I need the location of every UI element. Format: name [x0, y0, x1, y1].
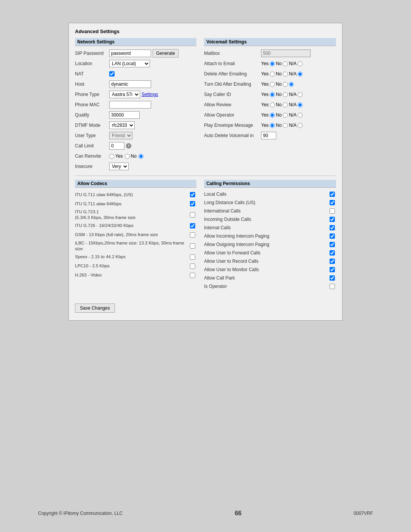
delete-email-yes-radio[interactable]: [270, 72, 275, 77]
perm-checkbox-9[interactable]: [330, 267, 335, 272]
allow-review-no-radio[interactable]: [283, 102, 288, 107]
codec-row-5: iLBC - 15Kbps,20ms frame size: 13.3 Kbps…: [75, 240, 196, 252]
codec-row-0: ITU G.711 ulaw 64Kbps, (US): [75, 191, 196, 198]
perm-checkbox-7[interactable]: [330, 250, 335, 256]
delete-na-text: N/A: [289, 71, 296, 77]
can-reinvite-bullet-radio[interactable]: [139, 154, 143, 159]
perm-checkbox-2[interactable]: [330, 208, 335, 214]
attach-email-yes-radio[interactable]: [270, 61, 275, 66]
user-type-row: User Type Friend: [75, 131, 196, 140]
delete-after-emailing-label: Delete After Emailing: [204, 71, 261, 77]
perm-checkbox-5[interactable]: [330, 233, 335, 239]
perm-checkbox-0[interactable]: [330, 192, 335, 197]
old-email-yes-radio[interactable]: [270, 82, 275, 87]
sip-password-controls: Generate: [109, 49, 196, 58]
allow-operator-yes-radio[interactable]: [270, 113, 275, 118]
can-reinvite-yes-radio[interactable]: [109, 154, 114, 159]
attach-email-no-radio[interactable]: [283, 61, 288, 66]
call-limit-help-icon[interactable]: ?: [126, 143, 131, 149]
review-na-text: N/A: [289, 102, 296, 107]
say-caller-na-radio[interactable]: [298, 92, 303, 97]
save-changes-button[interactable]: Save Changes: [75, 304, 115, 313]
perm-label-7: Allow User to Forward Calls: [204, 250, 328, 256]
attach-email-na-radio[interactable]: [298, 61, 303, 66]
allow-review-na-radio[interactable]: [298, 102, 303, 107]
old-email-no-radio[interactable]: [283, 82, 288, 87]
say-no-text: No: [276, 92, 282, 97]
sip-password-input[interactable]: [109, 50, 151, 57]
allow-review-yes-radio[interactable]: [270, 102, 275, 107]
codec-row-8: H.263 - Video: [75, 272, 196, 279]
perm-check-8: [328, 259, 336, 264]
codec-checkbox-3[interactable]: [190, 223, 195, 228]
generate-button[interactable]: Generate: [153, 49, 178, 58]
play-envelope-na-radio[interactable]: [298, 123, 303, 128]
perm-label-2: International Calls: [204, 208, 328, 214]
qualify-controls: [109, 111, 196, 119]
play-envelope-no-radio[interactable]: [283, 123, 288, 128]
top-section: Network Settings SIP Password Generate L…: [75, 38, 336, 173]
perm-checkbox-3[interactable]: [330, 217, 335, 222]
say-caller-no-radio[interactable]: [283, 92, 288, 97]
play-envelope-label: Play Envelope Message: [204, 123, 261, 128]
middle-divider: [75, 176, 336, 176]
voicemail-settings-col: Voicemail Settings Mailbox Attach to Ema…: [200, 38, 336, 173]
perm-checkbox-10[interactable]: [330, 275, 335, 281]
codec-label-1: ITU G.711 alaw 64Kbps: [75, 201, 189, 207]
perm-checkbox-6[interactable]: [330, 242, 335, 247]
location-controls: LAN (Local) WAN (Remote): [109, 60, 196, 67]
perm-checkbox-11[interactable]: [330, 284, 335, 289]
codec-checkbox-2[interactable]: [190, 212, 195, 217]
insecure-select[interactable]: Very: [109, 163, 129, 170]
attach-email-row: Attach to Email Yes No N/A: [204, 59, 336, 68]
user-type-select[interactable]: Friend: [109, 132, 132, 139]
delete-email-no-radio[interactable]: [283, 72, 288, 77]
allow-operator-no-radio[interactable]: [283, 113, 288, 118]
can-reinvite-controls: Yes No: [109, 153, 196, 159]
codec-check-6: [189, 254, 196, 260]
codec-checkbox-8[interactable]: [190, 273, 195, 278]
page-wrapper: Advanced Settings Network Settings SIP P…: [0, 0, 411, 532]
nat-row: NAT: [75, 70, 196, 78]
allow-operator-na-radio[interactable]: [298, 113, 303, 118]
auto-delete-input[interactable]: [261, 132, 276, 139]
codec-row-1: ITU G.711 alaw 64Kbps: [75, 200, 196, 208]
play-envelope-controls: Yes No N/A: [261, 123, 336, 128]
codec-checkbox-5[interactable]: [190, 243, 195, 249]
location-select[interactable]: LAN (Local) WAN (Remote): [109, 60, 150, 67]
can-reinvite-no-radio[interactable]: [125, 154, 130, 159]
codec-check-2: [189, 212, 196, 217]
permissions-col: Calling Permissions Local Calls Long Dis…: [200, 180, 336, 291]
perm-checkbox-4[interactable]: [330, 225, 335, 230]
host-input[interactable]: [109, 80, 151, 88]
codec-checkbox-1[interactable]: [190, 201, 195, 206]
host-label: Host: [75, 81, 109, 87]
delete-email-na-radio[interactable]: [298, 72, 303, 77]
dtmf-select[interactable]: rfc2833: [109, 121, 135, 129]
codec-checkbox-4[interactable]: [190, 232, 195, 238]
perm-check-11: [328, 284, 336, 289]
settings-link[interactable]: Settings: [142, 92, 158, 97]
phone-mac-row: Phone MAC: [75, 101, 196, 109]
dtmf-label: DTMF Mode: [75, 123, 109, 128]
perm-check-2: [328, 208, 336, 214]
phone-type-select[interactable]: Aastra 57i: [109, 91, 140, 98]
old-email-bullet-radio[interactable]: [289, 82, 294, 87]
perm-checkbox-8[interactable]: [330, 259, 335, 264]
qualify-input[interactable]: [109, 111, 140, 119]
codec-checkbox-0[interactable]: [190, 192, 195, 197]
qualify-row: Qualify: [75, 111, 196, 119]
play-envelope-yes-radio[interactable]: [270, 123, 275, 128]
call-limit-input[interactable]: [109, 142, 124, 150]
codec-label-5: iLBC - 15Kbps,20ms frame size: 13.3 Kbps…: [75, 240, 189, 252]
permissions-header: Calling Permissions: [204, 180, 336, 188]
mailbox-input[interactable]: [261, 50, 311, 57]
nat-checkbox[interactable]: [109, 71, 115, 77]
say-caller-yes-radio[interactable]: [270, 92, 275, 97]
network-settings-col: Network Settings SIP Password Generate L…: [75, 38, 200, 173]
codec-checkbox-7[interactable]: [190, 264, 195, 269]
codec-checkbox-6[interactable]: [190, 254, 195, 260]
old-after-emailing-row: Turn Old After Emailing Yes No: [204, 80, 336, 88]
phone-mac-input[interactable]: [109, 101, 151, 109]
perm-checkbox-1[interactable]: [330, 200, 335, 205]
